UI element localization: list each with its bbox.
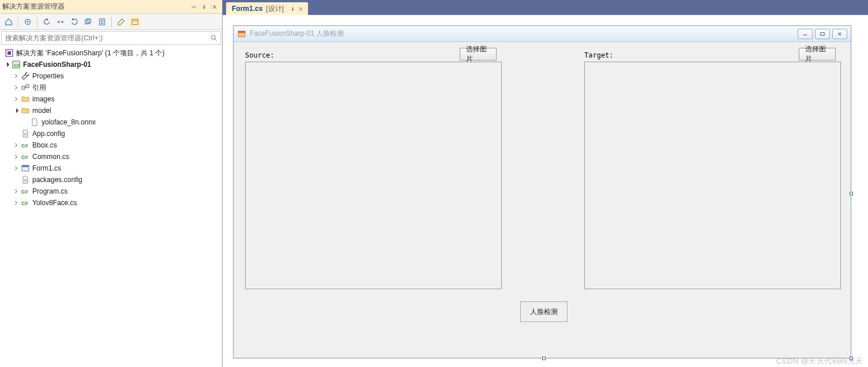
config-icon xyxy=(21,175,30,184)
csharp-file-icon: C# xyxy=(21,152,30,161)
svg-text:C#: C# xyxy=(14,63,20,68)
svg-text:C#: C# xyxy=(21,200,28,206)
tree-label: Bbox.cs xyxy=(32,141,57,149)
expander-closed-icon[interactable] xyxy=(12,141,21,150)
tree-label: 解决方案 'FaceFusionSharp' (1 个项目，共 1 个) xyxy=(16,48,164,58)
maximize-button[interactable] xyxy=(815,29,830,39)
designer-background: FaceFusionSharp-01 人脸检测 Source: 选择图片 Tar… xyxy=(223,15,868,367)
expander-closed-icon[interactable] xyxy=(12,164,21,173)
window-dropdown-icon[interactable] xyxy=(189,2,199,12)
refresh-icon[interactable] xyxy=(68,16,81,28)
toolbar-separator xyxy=(18,17,18,27)
source-label: Source: xyxy=(245,51,275,59)
references-icon xyxy=(21,83,30,92)
solution-search-box[interactable] xyxy=(1,31,221,45)
tab-close-icon[interactable] xyxy=(296,5,305,13)
folder-icon xyxy=(21,94,30,104)
expander-closed-icon[interactable] xyxy=(12,83,21,92)
document-tabbar: Form1.cs [设计] xyxy=(223,0,868,15)
svg-rect-2 xyxy=(85,20,89,24)
tree-label: Program.cs xyxy=(32,187,67,195)
pin-icon[interactable] xyxy=(199,2,209,12)
tree-label: Properties xyxy=(32,72,64,80)
expander-closed-icon[interactable] xyxy=(12,71,21,81)
properties-icon[interactable] xyxy=(115,16,127,28)
scope-icon[interactable] xyxy=(21,16,34,28)
svg-rect-22 xyxy=(238,31,245,33)
tree-item-program[interactable]: C# Program.cs xyxy=(0,186,222,197)
tree-item-yolov8face[interactable]: C# Yolov8Face.cs xyxy=(0,197,222,209)
toolbar-separator xyxy=(37,17,37,27)
tree-label: FaceFusionSharp-01 xyxy=(23,60,91,69)
select-source-button[interactable]: 选择图片 xyxy=(460,48,497,60)
solution-explorer-header: 解决方案资源管理器 xyxy=(0,0,222,14)
tree-item-bbox[interactable]: C# Bbox.cs xyxy=(0,139,222,151)
svg-rect-3 xyxy=(87,18,91,22)
svg-text:C#: C# xyxy=(21,154,28,160)
form-icon xyxy=(237,29,246,39)
tree-item-form1[interactable]: Form1.cs xyxy=(0,162,222,174)
close-button[interactable] xyxy=(832,29,847,39)
svg-rect-8 xyxy=(7,51,11,55)
expander-open-icon[interactable] xyxy=(12,106,21,115)
form-body: Source: 选择图片 Target: 选择图片 人脸检测 xyxy=(234,42,851,358)
home-icon[interactable] xyxy=(2,16,15,28)
close-icon[interactable] xyxy=(209,2,220,12)
window-buttons xyxy=(798,29,847,39)
expander-closed-icon[interactable] xyxy=(12,94,21,104)
tab-filename: Form1.cs xyxy=(232,5,262,13)
tree-label: packages.config xyxy=(32,176,82,184)
sync-icon[interactable] xyxy=(54,16,67,28)
winform-preview[interactable]: FaceFusionSharp-01 人脸检测 Source: 选择图片 Tar… xyxy=(233,25,851,358)
form-title: FaceFusionSharp-01 人脸检测 xyxy=(250,29,798,39)
tree-label: Common.cs xyxy=(32,153,69,161)
designer-surface[interactable]: FaceFusionSharp-01 人脸检测 Source: 选择图片 Tar… xyxy=(223,15,868,367)
tree-item-appconfig[interactable]: App.config xyxy=(0,128,222,139)
designer-pane: Form1.cs [设计] FaceFusionSharp-01 人脸检测 xyxy=(223,0,868,367)
detect-button[interactable]: 人脸检测 xyxy=(520,301,568,322)
tree-item-images-folder[interactable]: images xyxy=(0,93,222,105)
collapse-all-icon[interactable] xyxy=(82,16,95,28)
svg-rect-12 xyxy=(26,85,29,88)
tree-label: Form1.cs xyxy=(32,164,61,172)
solution-explorer-pane: 解决方案资源管理器 解决方案 xyxy=(0,0,223,367)
select-target-button[interactable]: 选择图片 xyxy=(799,48,836,60)
tree-item-properties[interactable]: Properties xyxy=(0,70,222,82)
tree-item-model-folder[interactable]: model xyxy=(0,105,222,116)
tree-item-packages[interactable]: packages.config xyxy=(0,174,222,186)
preview-icon[interactable] xyxy=(129,16,141,28)
file-icon xyxy=(30,118,39,127)
target-label: Target: xyxy=(584,51,614,59)
csharp-file-icon: C# xyxy=(21,187,30,196)
svg-text:C#: C# xyxy=(21,189,28,195)
resize-handle-s[interactable] xyxy=(542,357,546,360)
svg-text:C#: C# xyxy=(21,143,28,149)
tree-solution-node[interactable]: 解决方案 'FaceFusionSharp' (1 个项目，共 1 个) xyxy=(0,47,222,59)
csproj-icon: C# xyxy=(12,60,21,69)
tree-label: 引用 xyxy=(32,83,46,93)
search-input[interactable] xyxy=(2,34,208,42)
expander-closed-icon[interactable] xyxy=(12,198,21,207)
svg-rect-17 xyxy=(22,165,29,167)
expander-open-icon[interactable] xyxy=(2,60,12,69)
tree-project-node[interactable]: C# FaceFusionSharp-01 xyxy=(0,59,222,70)
source-picturebox[interactable] xyxy=(245,62,502,289)
search-icon[interactable] xyxy=(208,35,220,41)
expander-closed-icon[interactable] xyxy=(12,152,21,161)
tab-pin-icon[interactable] xyxy=(288,5,296,13)
svg-point-6 xyxy=(212,36,216,40)
minimize-button[interactable] xyxy=(798,29,813,39)
back-icon[interactable] xyxy=(40,16,53,28)
resize-handle-e[interactable] xyxy=(850,192,853,195)
solution-tree: 解决方案 'FaceFusionSharp' (1 个项目，共 1 个) C# … xyxy=(0,46,222,367)
tree-item-onnx-file[interactable]: yoloface_8n.onnx xyxy=(0,116,222,128)
tree-label: yoloface_8n.onnx xyxy=(42,118,96,126)
tree-label: images xyxy=(32,95,55,103)
tree-item-references[interactable]: 引用 xyxy=(0,82,222,93)
show-all-files-icon[interactable] xyxy=(96,16,108,28)
expander-closed-icon[interactable] xyxy=(12,187,21,196)
target-picturebox[interactable] xyxy=(584,62,841,289)
tree-item-common[interactable]: C# Common.cs xyxy=(0,151,222,162)
document-tab[interactable]: Form1.cs [设计] xyxy=(226,2,308,15)
watermark: CSDN @天天代码码天天 xyxy=(776,356,863,366)
